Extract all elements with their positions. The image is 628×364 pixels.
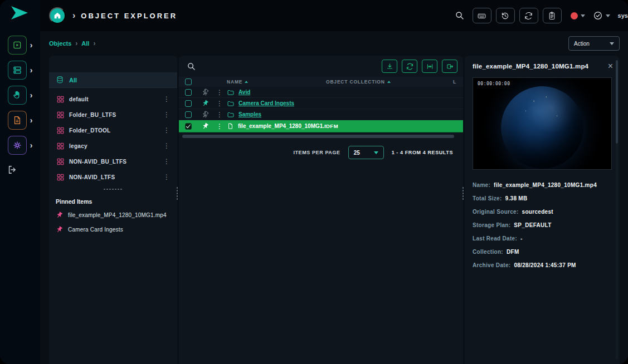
pin-off-icon[interactable] (197, 107, 213, 122)
column-header-object-collection[interactable]: OBJECT COLLECTION (326, 79, 453, 85)
row-checkbox[interactable] (185, 89, 192, 96)
column-header-clipped[interactable]: L (453, 79, 463, 85)
sync-button[interactable] (519, 8, 538, 23)
tree-pinned-splitter[interactable] (49, 185, 177, 194)
column-header-name[interactable]: NAME (227, 79, 326, 85)
tree-item-all[interactable]: All (49, 72, 177, 88)
pagination-row: ITEMS PER PAGE 25 1 - 4 FROM 4 RESULTS (179, 138, 463, 159)
object-list-panel: NAME OBJECT COLLECTION L (179, 56, 463, 364)
table-row[interactable]: ⋮ Camera Card Ingests (179, 98, 463, 109)
collection-cell: DFM (326, 123, 453, 129)
rail-item-settings[interactable]: › (8, 136, 33, 155)
chevron-right-icon: › (93, 40, 95, 47)
pin-icon[interactable] (197, 119, 213, 134)
breadcrumb-all[interactable]: All (81, 40, 89, 47)
home-button[interactable] (49, 7, 66, 24)
drag-handle-icon (462, 186, 464, 201)
check-circle-icon (593, 11, 603, 21)
app-window: › › › › › (0, 0, 628, 364)
export-icon (446, 62, 454, 71)
restore-button[interactable] (422, 60, 437, 73)
tree-item-legacy[interactable]: legacy ⋮ (49, 138, 177, 154)
kebab-menu-icon[interactable]: ⋮ (212, 111, 227, 118)
left-nav-rail: › › › › › (0, 0, 40, 364)
rail-item-reports[interactable]: › (8, 111, 33, 130)
field-label: Last Read Date: (473, 235, 517, 242)
refresh-button[interactable] (402, 60, 417, 73)
items-per-page-select[interactable]: 25 (348, 146, 384, 159)
tree-item-folder-dtool[interactable]: Folder_DTOOL ⋮ (49, 122, 177, 138)
scrollbar-thumb[interactable] (616, 60, 618, 144)
tree-item-folder-bu-ltfs[interactable]: Folder_BU_LTFS ⋮ (49, 107, 177, 122)
kebab-menu-icon[interactable]: ⋮ (162, 111, 172, 118)
close-button[interactable]: × (608, 62, 613, 71)
tree-item-non-avid-ltfs[interactable]: NON-AVID_LTFS ⋮ (49, 169, 177, 185)
object-link[interactable]: Avid (238, 89, 250, 95)
row-checkbox[interactable] (185, 100, 192, 107)
collections-tree: All default ⋮ Folder_BU_LTFS (49, 56, 177, 185)
table-row[interactable]: ⋮ Samples (179, 109, 463, 120)
field-label: Total Size: (473, 195, 502, 201)
clipboard-button[interactable] (543, 8, 562, 23)
panel-resize-handle[interactable] (462, 186, 464, 201)
kebab-menu-icon[interactable]: ⋮ (162, 158, 172, 165)
page-title: OBJECT EXPLORER (81, 12, 177, 20)
kebab-menu-icon[interactable]: ⋮ (162, 96, 172, 102)
chevron-right-icon: › (30, 41, 33, 49)
collection-icon (56, 111, 65, 119)
search-button[interactable] (455, 11, 465, 21)
column-label: OBJECT COLLECTION (326, 79, 385, 85)
kebab-menu-icon[interactable]: ⋮ (162, 142, 172, 149)
export-button[interactable] (442, 60, 457, 73)
breadcrumb-objects[interactable]: Objects (49, 40, 71, 47)
row-checkbox[interactable] (185, 123, 192, 130)
keyboard-icon (477, 11, 486, 21)
object-name[interactable]: file_example_MP4_1280_10MG1.mp4 (238, 123, 326, 129)
chevron-right-icon: › (30, 66, 33, 74)
username-label[interactable]: sysa (618, 12, 628, 19)
action-dropdown[interactable]: Action (568, 36, 620, 51)
field-label: Original Source: (473, 209, 519, 215)
rail-item-storage[interactable]: › (8, 61, 33, 80)
list-search-button[interactable] (187, 62, 196, 71)
rail-item-requests[interactable]: › (8, 86, 33, 105)
pin-icon[interactable] (197, 96, 213, 111)
row-checkbox[interactable] (185, 111, 192, 118)
record-status-dropdown[interactable] (571, 12, 585, 19)
tree-item-default[interactable]: default ⋮ (49, 91, 177, 107)
table-row[interactable]: ⋮ Avid (179, 87, 463, 98)
object-link[interactable]: Samples (238, 111, 261, 117)
pin-off-icon[interactable] (197, 85, 213, 100)
history-button[interactable] (496, 8, 515, 23)
rail-item-media[interactable]: › (8, 36, 33, 55)
kebab-menu-icon[interactable]: ⋮ (162, 127, 172, 134)
breadcrumb: Objects › All › (49, 40, 95, 47)
details-fields: Name: file_example_MP4_1280_10MG1.mp4 To… (465, 170, 620, 276)
file-icon (227, 122, 234, 130)
download-button[interactable] (382, 60, 397, 73)
select-all-checkbox[interactable] (185, 78, 192, 85)
pinned-item[interactable]: file_example_MP4_1280_10MG1.mp4 (56, 211, 171, 219)
keyboard-shortcuts-button[interactable] (473, 8, 491, 23)
folder-icon (227, 100, 235, 107)
home-icon (53, 11, 62, 20)
detail-field-total-size: Total Size: 9.38 MB (473, 195, 612, 201)
kebab-menu-icon[interactable]: ⋮ (212, 89, 227, 96)
tree-item-non-avid-bu-ltfs[interactable]: NON-AVID_BU_LTFS ⋮ (49, 154, 177, 169)
kebab-menu-icon[interactable]: ⋮ (162, 174, 172, 180)
tree-item-label: All (69, 77, 77, 83)
table-row-selected[interactable]: ⋮ file_example_MP4_1280_10MG1.mp4 DFM (179, 120, 463, 132)
health-status-dropdown[interactable] (593, 11, 610, 21)
pinned-item[interactable]: Camera Card Ingests (56, 226, 171, 233)
column-label: NAME (227, 79, 242, 85)
tree-item-label: NON-AVID_LTFS (69, 174, 157, 180)
top-bar: › OBJECT EXPLORER (40, 0, 628, 31)
kebab-menu-icon[interactable]: ⋮ (212, 100, 227, 107)
detail-field-collection: Collection: DFM (473, 249, 612, 255)
detail-field-archive-date: Archive Date: 08/28/2024 1:45:37 PM (473, 262, 612, 268)
kebab-menu-icon[interactable]: ⋮ (212, 123, 227, 130)
panel-resize-handle[interactable] (176, 186, 178, 201)
logout-button[interactable] (7, 164, 18, 175)
object-link[interactable]: Camera Card Ingests (238, 100, 294, 106)
field-label: Storage Plan: (473, 222, 510, 228)
